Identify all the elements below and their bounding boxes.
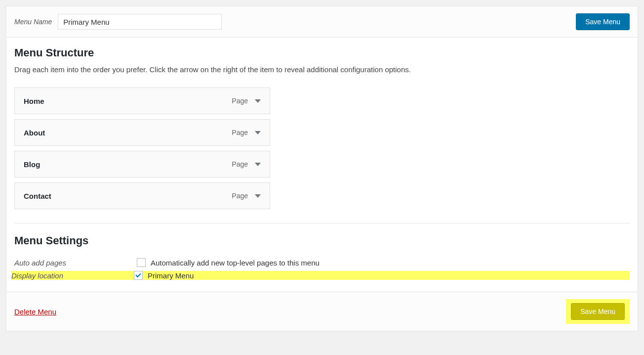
menu-item-controls: Page: [232, 160, 261, 168]
menu-item[interactable]: Contact Page: [14, 182, 270, 209]
chevron-down-icon[interactable]: [255, 194, 261, 198]
display-location-row: Display location Primary Menu: [11, 271, 630, 280]
auto-add-pages-checkbox[interactable]: [137, 258, 146, 267]
menu-item[interactable]: About Page: [14, 119, 270, 146]
menu-settings-heading: Menu Settings: [14, 234, 630, 247]
menu-structure-description: Drag each item into the order you prefer…: [14, 65, 630, 74]
menu-item-title: About: [24, 129, 45, 137]
menu-item-type: Page: [232, 192, 248, 200]
menu-items-list: Home Page About Page Blog Page: [14, 88, 270, 209]
chevron-down-icon[interactable]: [255, 163, 261, 166]
menu-item-controls: Page: [232, 97, 261, 105]
display-location-checkbox[interactable]: [134, 271, 143, 280]
menu-item-title: Home: [24, 97, 44, 105]
menu-item-title: Contact: [24, 192, 51, 200]
save-button-highlight: Save Menu: [566, 299, 630, 324]
save-menu-button-bottom[interactable]: Save Menu: [571, 303, 625, 320]
menu-name-label: Menu Name: [14, 18, 52, 26]
menu-item-type: Page: [232, 160, 248, 168]
display-location-control: Primary Menu: [134, 271, 198, 280]
menu-item-type: Page: [232, 97, 248, 105]
chevron-down-icon[interactable]: [255, 99, 261, 103]
display-location-label: Display location: [11, 271, 134, 280]
divider: [14, 223, 630, 223]
display-location-option-label: Primary Menu: [148, 271, 194, 280]
panel-footer: Delete Menu Save Menu: [6, 292, 638, 331]
menu-item[interactable]: Home Page: [14, 88, 270, 114]
auto-add-pages-option-label: Automatically add new top-level pages to…: [151, 259, 320, 267]
auto-add-pages-control: Automatically add new top-level pages to…: [137, 258, 320, 267]
menu-editor-panel: Menu Name Save Menu Menu Structure Drag …: [6, 6, 638, 331]
auto-add-pages-row: Auto add pages Automatically add new top…: [14, 254, 630, 271]
save-menu-button-top[interactable]: Save Menu: [576, 13, 630, 30]
menu-settings-section: Menu Settings Auto add pages Automatical…: [14, 234, 630, 280]
menu-name-group: Menu Name: [14, 14, 222, 30]
menu-item[interactable]: Blog Page: [14, 151, 270, 178]
menu-name-input[interactable]: [58, 14, 222, 30]
menu-item-type: Page: [232, 129, 248, 136]
chevron-down-icon[interactable]: [255, 131, 261, 134]
delete-menu-link[interactable]: Delete Menu: [14, 308, 56, 316]
panel-body: Menu Structure Drag each item into the o…: [6, 38, 638, 292]
auto-add-pages-label: Auto add pages: [14, 259, 137, 267]
menu-item-controls: Page: [232, 192, 261, 200]
panel-header: Menu Name Save Menu: [6, 6, 638, 38]
menu-item-title: Blog: [24, 160, 40, 169]
menu-item-controls: Page: [232, 129, 261, 136]
menu-structure-heading: Menu Structure: [14, 46, 630, 59]
